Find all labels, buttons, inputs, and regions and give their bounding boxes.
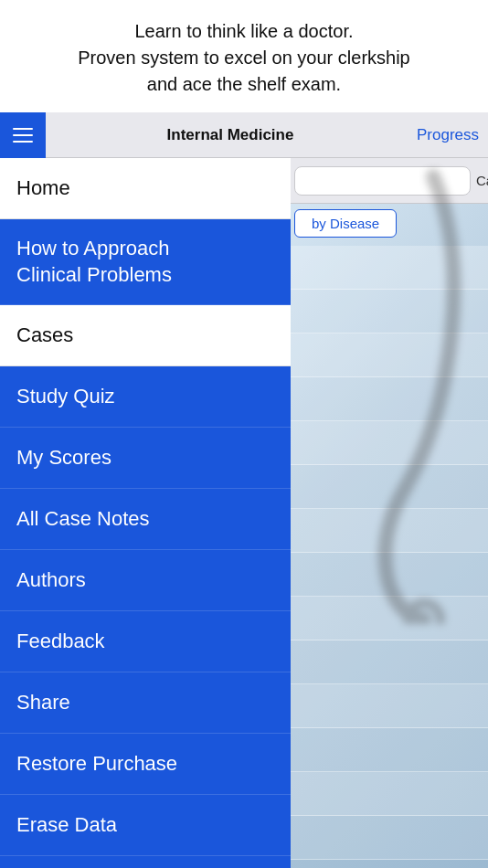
- navbar-title: Internal Medicine: [46, 126, 415, 144]
- case-line-14: [291, 816, 488, 860]
- sidebar-item-cases-label: Cases: [16, 323, 73, 347]
- sidebar-item-share[interactable]: Share: [0, 672, 291, 734]
- sidebar-item-restore-purchase-label: Restore Purchase: [16, 752, 177, 776]
- sidebar-item-how-to-approach-label: How to ApproachClinical Problems: [16, 236, 172, 288]
- sidebar-item-study-quiz-label: Study Quiz: [16, 385, 115, 408]
- navbar: Internal Medicine Progress: [0, 112, 488, 158]
- hamburger-line-1: [13, 128, 33, 130]
- sidebar-item-all-case-notes[interactable]: All Case Notes: [0, 489, 291, 550]
- sidebar: Home How to ApproachClinical Problems Ca…: [0, 158, 291, 868]
- sidebar-item-my-scores-label: My Scores: [16, 446, 111, 470]
- case-line-12: [291, 728, 488, 772]
- sidebar-item-home[interactable]: Home: [0, 158, 291, 219]
- sidebar-item-authors[interactable]: Authors: [0, 550, 291, 611]
- sidebar-item-cases[interactable]: Cases: [0, 305, 291, 366]
- sidebar-item-home-label: Home: [16, 176, 70, 200]
- sidebar-item-all-case-notes-label: All Case Notes: [16, 507, 150, 531]
- sidebar-item-share-label: Share: [16, 691, 70, 715]
- sidebar-item-feedback[interactable]: Feedback: [0, 611, 291, 672]
- sidebar-item-erase-data[interactable]: Erase Data: [0, 795, 291, 856]
- tagline-area: Learn to think like a doctor. Proven sys…: [0, 0, 488, 112]
- tagline-text: Learn to think like a doctor. Proven sys…: [27, 18, 461, 98]
- main-content: Home How to ApproachClinical Problems Ca…: [0, 158, 488, 868]
- hamburger-line-3: [13, 141, 33, 143]
- case-line-10: [291, 640, 488, 684]
- progress-button[interactable]: Progress: [415, 126, 488, 144]
- stethoscope-decoration: [360, 167, 470, 624]
- sidebar-item-restore-purchase[interactable]: Restore Purchase: [0, 734, 291, 795]
- sidebar-item-erase-data-label: Erase Data: [16, 813, 117, 837]
- case-line-13: [291, 772, 488, 816]
- hamburger-button[interactable]: [0, 112, 46, 158]
- sidebar-item-authors-label: Authors: [16, 568, 86, 592]
- sidebar-item-how-to-approach[interactable]: How to ApproachClinical Problems: [0, 219, 291, 305]
- sidebar-item-feedback-label: Feedback: [16, 630, 105, 653]
- hamburger-line-2: [13, 134, 33, 136]
- case-line-11: [291, 684, 488, 728]
- right-panel: Cancel by Disease: [291, 158, 488, 868]
- cancel-button[interactable]: Cancel: [471, 173, 488, 188]
- sidebar-item-my-scores[interactable]: My Scores: [0, 428, 291, 489]
- sidebar-item-study-quiz[interactable]: Study Quiz: [0, 366, 291, 428]
